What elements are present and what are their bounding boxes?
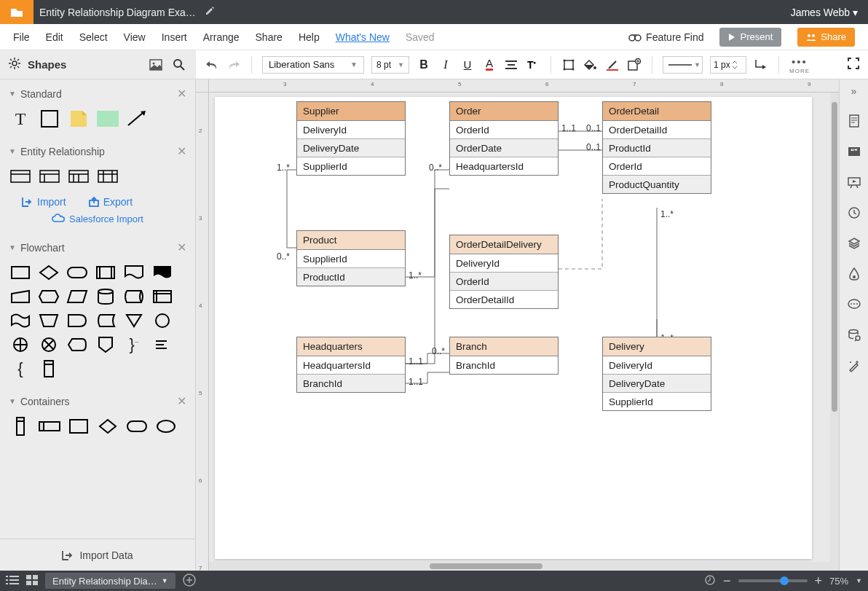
entity-delivery[interactable]: Delivery DeliveryId DeliveryDate Supplie…: [602, 337, 711, 411]
page[interactable]: 1..* 0..* 1..* 0..* 1..1 0..1 0..1 1..* …: [215, 97, 812, 559]
canvas[interactable]: 3 4 5 6 7 8 9 2 3 4 5 6 7: [196, 79, 839, 571]
font-select[interactable]: Liberation Sans▼: [262, 56, 364, 74]
quote-icon[interactable]: ❝❞: [846, 144, 862, 160]
shape-data[interactable]: [67, 289, 87, 305]
grid-view-icon[interactable]: [26, 575, 38, 587]
shape-document[interactable]: [124, 265, 144, 281]
menu-view[interactable]: View: [124, 31, 146, 43]
shape-text[interactable]: T: [10, 111, 31, 127]
entity-headquarters[interactable]: Headquarters HeadquartersId BranchId: [296, 337, 406, 393]
data-link-icon[interactable]: [846, 327, 862, 343]
list-view-icon[interactable]: [6, 575, 19, 587]
shape-rect[interactable]: [39, 111, 60, 127]
scrollbar-horizontal[interactable]: [209, 562, 839, 571]
shape-container-3[interactable]: [68, 418, 89, 434]
magic-icon[interactable]: [846, 358, 862, 374]
user-menu[interactable]: James Webb ▾: [791, 7, 858, 18]
close-icon[interactable]: ✕: [177, 144, 186, 158]
comments-icon[interactable]: [846, 297, 862, 313]
shape-display[interactable]: [67, 337, 87, 353]
close-icon[interactable]: ✕: [177, 240, 186, 254]
font-size-select[interactable]: 8 pt▼: [371, 56, 409, 74]
entity-order-detail[interactable]: OrderDetail OrderDetailId ProductId Orde…: [602, 101, 711, 194]
shape-note2[interactable]: [152, 337, 173, 353]
salesforce-import-button[interactable]: Salesforce Import: [52, 214, 143, 224]
border-color-icon[interactable]: [605, 59, 620, 71]
category-entity-relationship[interactable]: ▼Entity Relationship✕: [0, 137, 195, 165]
shape-connector[interactable]: [152, 313, 173, 329]
shape-er-1[interactable]: [10, 168, 31, 184]
undo-icon[interactable]: [205, 60, 219, 70]
shape-hotspot[interactable]: [98, 111, 118, 127]
shape-or[interactable]: [10, 337, 31, 353]
shape-container-5[interactable]: [127, 418, 147, 434]
feature-find-button[interactable]: Feature Find: [628, 31, 703, 43]
category-containers[interactable]: ▼Containers✕: [0, 387, 195, 415]
menu-select[interactable]: Select: [79, 31, 108, 43]
text-options-icon[interactable]: T▸: [526, 59, 540, 71]
shape-er-2[interactable]: [39, 168, 60, 184]
page-icon[interactable]: [846, 113, 862, 129]
shape-offpage[interactable]: [95, 337, 116, 353]
shape-internal[interactable]: [152, 289, 173, 305]
shape-delay[interactable]: [67, 313, 87, 329]
zoom-out-button[interactable]: −: [723, 574, 731, 589]
shape-terminator[interactable]: [67, 265, 87, 281]
shape-crop-icon[interactable]: [561, 59, 576, 71]
shape-process[interactable]: [10, 265, 31, 281]
shape-documentf[interactable]: [152, 265, 173, 281]
page-tab[interactable]: Entity Relationship Dia…▼: [45, 573, 175, 589]
entity-order[interactable]: Order OrderId OrderDate HeadquartersId: [449, 101, 559, 176]
shape-swimlane[interactable]: [39, 361, 59, 377]
line-width-select[interactable]: 1 px: [710, 56, 746, 74]
search-icon[interactable]: [171, 58, 187, 71]
pencil-icon[interactable]: [205, 6, 215, 18]
shape-er-3[interactable]: [68, 168, 89, 184]
sync-icon[interactable]: [704, 574, 716, 588]
redo-icon[interactable]: [226, 60, 241, 70]
shape-container-6[interactable]: [156, 418, 176, 434]
import-data-button[interactable]: Import Data: [0, 539, 195, 571]
entity-branch[interactable]: Branch BranchId: [449, 337, 559, 375]
shape-tape[interactable]: [10, 313, 31, 329]
menu-arrange[interactable]: Arrange: [203, 31, 240, 43]
bold-icon[interactable]: B: [417, 58, 431, 71]
shape-storeddata[interactable]: [95, 313, 116, 329]
shape-container-2[interactable]: [39, 418, 60, 434]
shape-decision[interactable]: [39, 265, 59, 281]
shape-arrow-line[interactable]: [127, 111, 147, 127]
align-icon[interactable]: [504, 60, 518, 70]
presentation-icon[interactable]: [846, 174, 862, 190]
entity-supplier[interactable]: Supplier DeliveryId DeliveryDate Supplie…: [296, 101, 406, 176]
shape-preparation[interactable]: [39, 289, 59, 305]
export-button[interactable]: Export: [88, 196, 133, 208]
share-button[interactable]: Share: [797, 28, 855, 47]
font-color-icon[interactable]: A: [482, 58, 497, 71]
chevron-right-icon[interactable]: »: [850, 84, 859, 98]
shape-manualop[interactable]: [39, 313, 59, 329]
app-logo[interactable]: [0, 0, 33, 24]
shape-summing[interactable]: [39, 337, 59, 353]
layers-icon[interactable]: [846, 235, 862, 251]
zoom-dropdown[interactable]: ▼: [856, 577, 862, 584]
entity-product[interactable]: Product SupplierId ProductId: [296, 230, 406, 286]
shape-merge[interactable]: [124, 313, 144, 329]
document-title[interactable]: Entity Relationship Diagram Exa…: [39, 7, 196, 18]
shape-container-1[interactable]: [10, 418, 31, 434]
import-button[interactable]: Import: [22, 196, 66, 208]
more-button[interactable]: •••MORE: [789, 55, 810, 74]
shape-database[interactable]: [95, 289, 116, 305]
fill-icon[interactable]: [583, 59, 598, 71]
image-icon[interactable]: [148, 59, 164, 71]
line-route-icon[interactable]: [754, 58, 768, 71]
shape-predef[interactable]: [95, 265, 116, 281]
category-standard[interactable]: ▼Standard✕: [0, 79, 195, 108]
menu-share[interactable]: Share: [256, 31, 283, 43]
menu-insert[interactable]: Insert: [162, 31, 187, 43]
zoom-level[interactable]: 75%: [829, 576, 848, 587]
menu-file[interactable]: File: [13, 31, 30, 43]
ink-icon[interactable]: [846, 266, 862, 282]
shape-options-icon[interactable]: [627, 59, 642, 71]
gear-icon[interactable]: [9, 58, 20, 72]
menu-help[interactable]: Help: [299, 31, 320, 43]
